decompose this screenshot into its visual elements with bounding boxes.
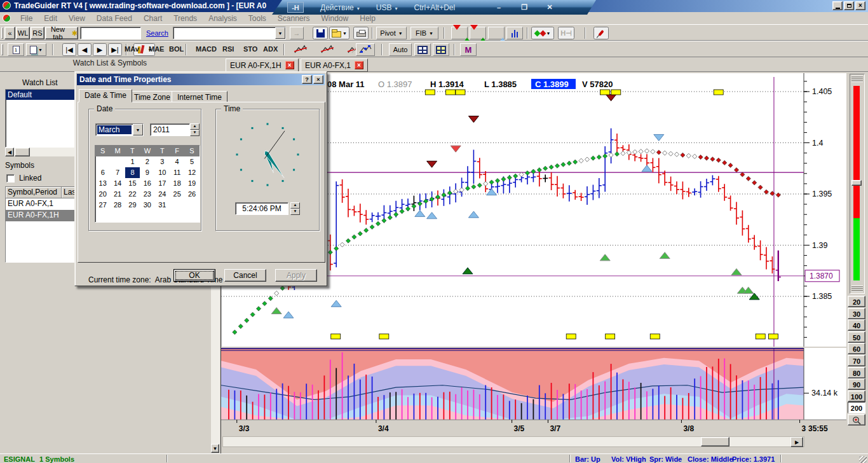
ok-button[interactable]: OK [173, 269, 215, 282]
session-minimize-button[interactable]: – [493, 4, 505, 11]
time-spinner[interactable]: 5:24:06 PM ▲▼ [235, 202, 300, 215]
first-bar-button[interactable]: |◀ [62, 43, 76, 56]
calendar-day-10[interactable]: 10 [155, 167, 170, 178]
period-button-50[interactable]: 50 [848, 331, 865, 343]
gauge-slider-thumb[interactable] [851, 180, 862, 186]
fib-dropdown[interactable]: FIB▼ [410, 27, 438, 39]
session-usb-menu[interactable]: USB▾ [376, 3, 398, 12]
restore-button[interactable] [844, 1, 854, 10]
session-restore-button[interactable]: ❐ [519, 3, 530, 11]
year-spinner[interactable]: 2011 ▲▼ [150, 123, 200, 136]
tab-close-button[interactable]: × [355, 61, 363, 69]
calendar-day-29[interactable]: 29 [125, 200, 140, 211]
calendar-day-25[interactable]: 25 [170, 189, 184, 200]
linked-checkbox[interactable] [6, 174, 15, 183]
scrollbar-thumb[interactable] [701, 437, 729, 446]
resize-grip[interactable] [859, 456, 867, 463]
period-button-20[interactable]: 20 [848, 296, 865, 307]
calendar[interactable]: SMTWTFS 12345678910111213141516171819202… [95, 145, 200, 223]
indicator-button-mav[interactable]: MAv [125, 45, 139, 53]
pivot-dropdown[interactable]: Pivot▼ [376, 27, 407, 39]
search-combobox[interactable]: ▼ [173, 27, 286, 39]
menu-item-scanners[interactable]: Scanners [272, 14, 316, 23]
layout-grid-data-button[interactable] [433, 43, 449, 56]
calendar-day-16[interactable]: 16 [140, 178, 154, 189]
calendar-day-13[interactable]: 13 [95, 178, 110, 189]
calendar-button[interactable]: 1 [8, 43, 24, 56]
prev-bar-button[interactable]: ◀ [78, 43, 92, 56]
calendar-day-6[interactable]: 6 [95, 167, 110, 178]
indicator-button-sto[interactable]: STO [243, 45, 257, 53]
calendar-day-5[interactable]: 5 [184, 156, 199, 167]
calendar-day-31[interactable]: 31 [155, 200, 170, 211]
calendar-day-22[interactable]: 22 [125, 189, 140, 200]
month-select[interactable]: March ▼ [95, 123, 144, 136]
calendar-day-21[interactable]: 21 [110, 189, 125, 200]
dialog-close-button[interactable]: × [313, 75, 323, 84]
save-button[interactable] [313, 27, 328, 39]
zoom-button[interactable] [848, 414, 865, 425]
scroll-left-button[interactable]: ◀ [5, 148, 14, 156]
period-button-40[interactable]: 40 [848, 319, 865, 331]
menu-item-view[interactable]: View [63, 14, 91, 23]
trend-gauge[interactable] [850, 74, 865, 294]
volume-chart[interactable]: 34.14 k3/33/43/53/73/8335:55 [221, 348, 846, 436]
calendar-day-15[interactable]: 15 [125, 178, 140, 189]
indicator-button-macd[interactable]: MACD [196, 45, 217, 53]
calendar-day-4[interactable]: 4 [170, 156, 184, 167]
menu-item-window[interactable]: Window [316, 14, 355, 23]
chevron-down-icon[interactable]: ▼ [275, 27, 285, 39]
period-button-60[interactable]: 60 [848, 343, 865, 354]
chevron-down-icon[interactable]: ▼ [133, 124, 143, 135]
chart-tab-active[interactable]: EUR A0-FX,1H × [226, 59, 299, 72]
tab-date-time-active[interactable]: Date & Time [79, 89, 132, 102]
toolbar-grip[interactable] [1, 27, 3, 39]
remote-session-toolbar[interactable]: -H Действие▾ USB▾ Ctrl+Alt+Del – ❐ ✕ [272, 0, 596, 15]
calendar-day-20[interactable]: 20 [95, 189, 110, 200]
indicator-button-mae[interactable]: MAE [149, 45, 164, 53]
next-bar-button[interactable]: ▶ [93, 43, 107, 56]
session-pin-button[interactable]: -H [287, 2, 304, 13]
calendar-day-12[interactable]: 12 [184, 167, 199, 178]
indicator-button-bol[interactable]: BOL [169, 45, 184, 53]
session-close-button[interactable]: ✕ [544, 3, 555, 11]
go-button[interactable]: → [290, 27, 304, 39]
period-button-70[interactable]: 70 [848, 355, 865, 366]
scroll-right-button[interactable]: ▶ [790, 437, 803, 447]
trend-scan-blue-button[interactable] [356, 43, 375, 56]
spin-down-icon[interactable]: ▼ [190, 130, 200, 136]
signals-red-green-button[interactable] [451, 27, 468, 39]
calendar-day-14[interactable]: 14 [110, 178, 125, 189]
menu-item-edit[interactable]: Edit [38, 14, 63, 23]
indicator-button-rsi[interactable]: RSI [222, 45, 234, 53]
cancel-button[interactable]: Cancel [224, 269, 266, 282]
menu-item-tools[interactable]: Tools [243, 14, 272, 23]
menu-item-help[interactable]: Help [354, 14, 381, 23]
toolbar-grip[interactable] [1, 44, 3, 55]
last-bar-button[interactable]: ▶| [108, 43, 122, 56]
rs-button[interactable]: RS [31, 27, 44, 39]
calendar-day-19[interactable]: 19 [184, 178, 199, 189]
bars-display-button[interactable] [506, 27, 523, 39]
period-button-90[interactable]: 90 [848, 378, 865, 390]
close-button[interactable]: × [855, 1, 865, 10]
annotation-tool-button[interactable]: M [460, 43, 477, 56]
calendar-day-11[interactable]: 11 [170, 167, 184, 178]
spin-up-icon[interactable]: ▲ [190, 123, 200, 130]
calendar-day-23[interactable]: 23 [140, 189, 154, 200]
open-button[interactable]: ▼ [329, 27, 349, 39]
period-button-100[interactable]: 100 [848, 390, 865, 402]
dialog-help-button[interactable]: ? [302, 75, 312, 84]
spin-up-icon[interactable]: ▲ [290, 202, 300, 209]
calendar-day-28[interactable]: 28 [110, 200, 125, 211]
calendar-day-7[interactable]: 7 [110, 167, 125, 178]
year-value[interactable]: 2011 [150, 123, 190, 136]
calendar-day-8[interactable]: 8 [125, 167, 140, 178]
symbol-input[interactable] [80, 27, 141, 39]
diamonds-dropdown[interactable]: ▼ [531, 27, 554, 39]
layout-grid-button[interactable] [414, 43, 431, 56]
calendar-day-3[interactable]: 3 [155, 156, 170, 167]
trend-scan-button[interactable] [291, 43, 310, 56]
dialog-title-bar[interactable]: Date and Time Properties ? × [77, 74, 325, 85]
spin-down-icon[interactable]: ▼ [290, 209, 300, 215]
